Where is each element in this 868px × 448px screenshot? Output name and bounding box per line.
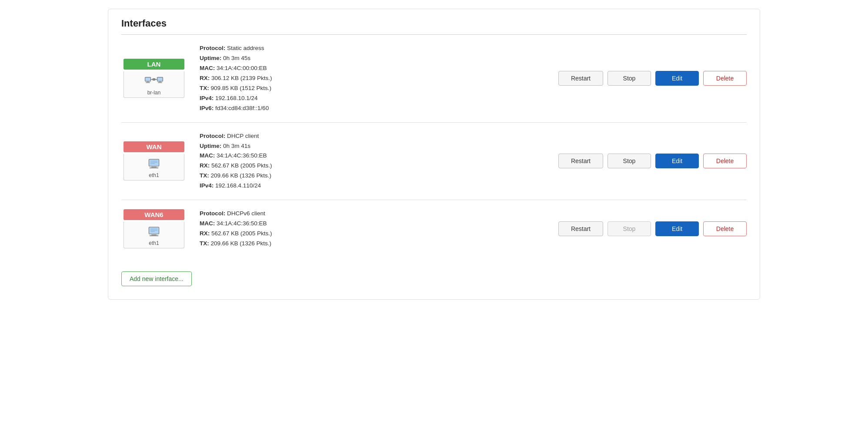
svg-rect-1: [147, 81, 149, 82]
delete-button-wan[interactable]: Delete: [703, 154, 747, 168]
wan6-mac: MAC: 34:1A:4C:36:50:EB: [200, 219, 525, 229]
interface-info-wan: Protocol: DHCP client Uptime: 0h 3m 41s …: [200, 131, 525, 191]
icon-box-lan: br-lan: [124, 71, 184, 98]
wan-mac: MAC: 34:1A:4C:36:50:EB: [200, 151, 525, 161]
badge-wan6: WAN6: [124, 209, 184, 220]
delete-button-lan[interactable]: Delete: [703, 71, 747, 86]
interface-info-lan: Protocol: Static address Uptime: 0h 3m 4…: [200, 43, 525, 114]
icon-box-wan: eth1: [124, 154, 184, 181]
svg-rect-13: [149, 160, 159, 166]
svg-rect-3: [145, 77, 150, 81]
lan-ipv4: IPv4: 192.168.10.1/24: [200, 94, 525, 104]
restart-button-wan6[interactable]: Restart: [558, 221, 603, 236]
stop-button-wan6: Stop: [608, 221, 651, 236]
badge-lan: LAN: [124, 59, 184, 70]
stop-button-wan[interactable]: Stop: [608, 154, 651, 168]
icon-label-lan: br-lan: [147, 90, 161, 96]
svg-rect-14: [151, 167, 157, 168]
wan6-rx: RX: 562.67 KB (2005 Pkts.): [200, 229, 525, 239]
svg-rect-6: [158, 82, 162, 83]
wan-uptime: Uptime: 0h 3m 41s: [200, 141, 525, 151]
interface-badge-box-lan: LAN: [121, 59, 187, 98]
lan-rx: RX: 306.12 KB (2139 Pkts.): [200, 74, 525, 84]
lan-icon: [144, 74, 164, 89]
wan6-tx: TX: 209.66 KB (1326 Pkts.): [200, 239, 525, 249]
lan-ipv6: IPv6: fd34:cd84:d38f::1/60: [200, 104, 525, 114]
interface-row-lan: LAN: [121, 35, 747, 123]
interface-row-wan: WAN eth1 Protocol: DHCP client: [121, 123, 747, 201]
edit-button-wan[interactable]: Edit: [655, 154, 699, 168]
interface-row-wan6: WAN6 eth1 Protocol: DHCPv6 client M: [121, 200, 747, 257]
page-container: Interfaces LAN: [108, 9, 760, 300]
interface-badge-box-wan6: WAN6 eth1: [121, 209, 187, 248]
wan-protocol: Protocol: DHCP client: [200, 131, 525, 141]
svg-rect-5: [159, 81, 161, 82]
wan-tx: TX: 209.66 KB (1326 Pkts.): [200, 171, 525, 181]
page-title: Interfaces: [121, 18, 747, 29]
interface-actions-wan6: Restart Stop Edit Delete: [538, 221, 747, 236]
svg-rect-15: [150, 167, 159, 168]
svg-rect-7: [157, 77, 163, 81]
interface-actions-wan: Restart Stop Edit Delete: [538, 154, 747, 168]
interface-actions-lan: Restart Stop Edit Delete: [538, 71, 747, 86]
wan6-protocol: Protocol: DHCPv6 client: [200, 209, 525, 219]
wan6-icon: [144, 224, 164, 239]
lan-tx: TX: 909.85 KB (1512 Pkts.): [200, 84, 525, 94]
svg-rect-20: [149, 227, 159, 234]
lan-protocol: Protocol: Static address: [200, 43, 525, 53]
add-interface-button[interactable]: Add new interface...: [121, 271, 192, 286]
restart-button-wan[interactable]: Restart: [558, 154, 603, 168]
icon-label-wan: eth1: [149, 172, 159, 178]
stop-button-lan[interactable]: Stop: [608, 71, 651, 86]
restart-button-lan[interactable]: Restart: [558, 71, 603, 86]
badge-wan: WAN: [124, 141, 184, 152]
lan-uptime: Uptime: 0h 3m 45s: [200, 53, 525, 64]
wan-rx: RX: 562.67 KB (2005 Pkts.): [200, 161, 525, 171]
wan-icon: [144, 157, 164, 171]
interface-info-wan6: Protocol: DHCPv6 client MAC: 34:1A:4C:36…: [200, 209, 525, 249]
svg-rect-21: [151, 234, 157, 235]
add-interface-container: Add new interface...: [121, 262, 747, 286]
svg-rect-22: [150, 235, 159, 236]
interface-badge-box-wan: WAN eth1: [121, 141, 187, 181]
lan-mac: MAC: 34:1A:4C:00:00:EB: [200, 64, 525, 74]
wan-ipv4: IPv4: 192.168.4.110/24: [200, 181, 525, 191]
svg-rect-11: [153, 79, 155, 80]
edit-button-wan6[interactable]: Edit: [655, 221, 699, 236]
icon-box-wan6: eth1: [124, 222, 184, 248]
svg-rect-2: [146, 82, 150, 83]
icon-label-wan6: eth1: [149, 240, 159, 246]
edit-button-lan[interactable]: Edit: [655, 71, 699, 86]
delete-button-wan6[interactable]: Delete: [703, 221, 747, 236]
